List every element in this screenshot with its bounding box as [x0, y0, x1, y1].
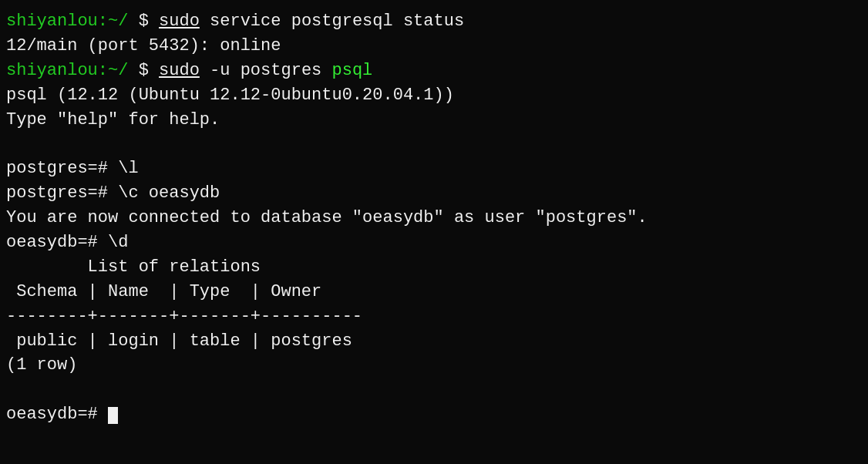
terminal-text: psql (12.12 (Ubuntu 12.12-0ubuntu0.20.04…: [6, 86, 454, 105]
terminal-text: $: [128, 61, 159, 80]
terminal-text: You are now connected to database "oeasy…: [6, 208, 648, 227]
terminal-text: Type "help" for help.: [6, 110, 220, 129]
terminal-line: public | login | table | postgres: [6, 329, 862, 354]
terminal-line: You are now connected to database "oeasy…: [6, 206, 862, 230]
terminal-text: postgres=# \c oeasydb: [6, 183, 220, 203]
terminal-line: psql (12.12 (Ubuntu 12.12-0ubuntu0.20.04…: [6, 83, 862, 108]
terminal-text: sudo: [159, 61, 200, 80]
terminal-text: List of relations: [6, 257, 261, 277]
terminal-line: postgres=# \c oeasydb: [6, 181, 862, 206]
terminal-text: -u postgres: [200, 61, 332, 80]
terminal-text: shiyanlou:~/: [6, 12, 128, 31]
terminal-line: --------+-------+-------+----------: [6, 304, 862, 329]
terminal-line: Schema | Name | Type | Owner: [6, 280, 862, 304]
terminal-text: oeasydb=#: [6, 405, 108, 424]
terminal-text: --------+-------+-------+----------: [6, 307, 362, 326]
terminal-line: shiyanlou:~/ $ sudo service postgresql s…: [6, 9, 862, 34]
terminal-cursor: [108, 407, 118, 424]
terminal-text: Schema | Name | Type | Owner: [6, 282, 321, 301]
terminal-text: (1 row): [6, 355, 77, 375]
terminal-text: postgres=# \l: [6, 159, 139, 178]
terminal-text: 12/main (port 5432): online: [6, 36, 281, 55]
terminal-line: [6, 378, 862, 402]
terminal-text: oeasydb=# \d: [6, 233, 128, 252]
terminal-text: $: [128, 12, 159, 31]
terminal: shiyanlou:~/ $ sudo service postgresql s…: [6, 9, 862, 455]
terminal-line: Type "help" for help.: [6, 108, 862, 133]
terminal-text: public | login | table | postgres: [6, 331, 352, 351]
terminal-text: service postgresql status: [200, 12, 464, 31]
terminal-line: oeasydb=#: [6, 402, 862, 427]
terminal-line: (1 row): [6, 353, 862, 378]
terminal-line: 12/main (port 5432): online: [6, 34, 862, 59]
terminal-line: postgres=# \l: [6, 156, 862, 181]
terminal-line: shiyanlou:~/ $ sudo -u postgres psql: [6, 59, 862, 83]
terminal-line: oeasydb=# \d: [6, 230, 862, 255]
terminal-text: sudo: [159, 12, 200, 31]
terminal-text: shiyanlou:~/: [6, 61, 128, 80]
terminal-line: List of relations: [6, 255, 862, 280]
terminal-line: [6, 132, 862, 156]
terminal-text: psql: [332, 61, 373, 80]
